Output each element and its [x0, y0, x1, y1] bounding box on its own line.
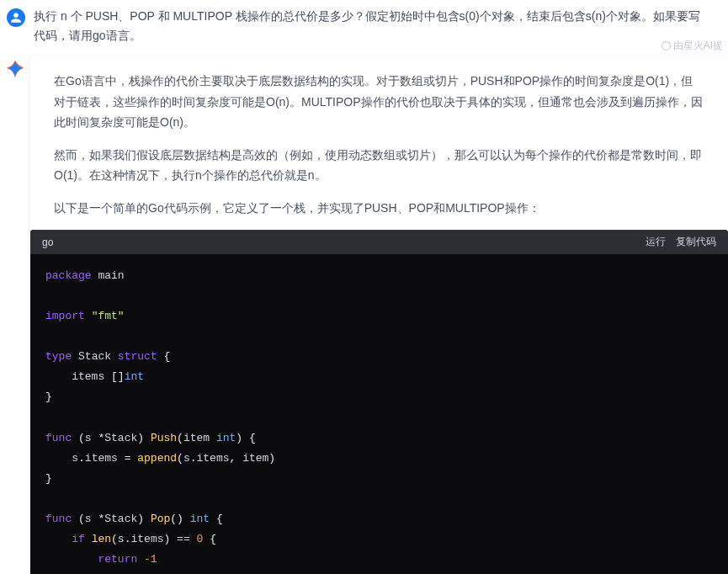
bot-avatar-icon — [5, 59, 25, 79]
run-button[interactable]: 运行 — [646, 235, 666, 249]
question-row: 执行 n 个 PUSH、POP 和 MULTIPOP 栈操作的总代价是多少？假定… — [0, 0, 728, 56]
powered-by: 由星火AI提 — [662, 39, 723, 53]
user-avatar-icon — [7, 8, 25, 27]
code-actions: 运行 复制代码 — [646, 235, 716, 249]
code-header: go 运行 复制代码 — [30, 230, 728, 254]
question-text: 执行 n 个 PUSH、POP 和 MULTIPOP 栈操作的总代价是多少？假定… — [34, 7, 703, 45]
spark-icon — [662, 41, 671, 50]
powered-by-label: 由星火AI提 — [673, 39, 723, 53]
answer-block: 由星火AI提 在Go语言中，栈操作的代价主要取决于底层数据结构的实现。对于数组或… — [0, 56, 728, 574]
answer-card: 在Go语言中，栈操作的代价主要取决于底层数据结构的实现。对于数组或切片，PUSH… — [30, 56, 728, 574]
answer-paragraph: 以下是一个简单的Go代码示例，它定义了一个栈，并实现了PUSH、POP和MULT… — [54, 198, 704, 219]
answer-paragraph: 然而，如果我们假设底层数据结构是高效的（例如，使用动态数组或切片），那么可以认为… — [54, 145, 704, 186]
copy-button[interactable]: 复制代码 — [676, 235, 716, 249]
answer-paragraph: 在Go语言中，栈操作的代价主要取决于底层数据结构的实现。对于数组或切片，PUSH… — [54, 71, 704, 133]
code-block: go 运行 复制代码 package main import "fmt" typ… — [30, 230, 728, 574]
code-lang-label: go — [42, 237, 53, 248]
code-content[interactable]: package main import "fmt" type Stack str… — [30, 254, 728, 574]
